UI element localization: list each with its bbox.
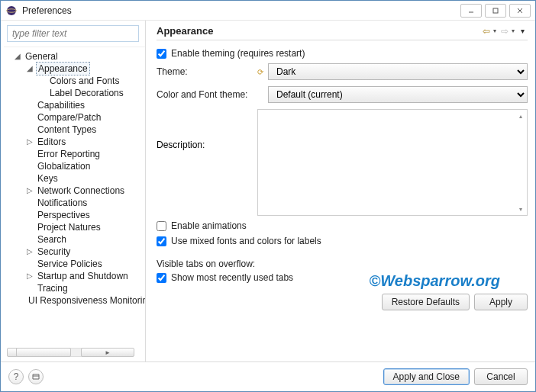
tree-item-label: Error Reporting xyxy=(36,148,102,160)
maximize-button[interactable] xyxy=(485,4,506,18)
scroll-down-icon[interactable]: ▾ xyxy=(516,204,525,214)
tree-item-appearance[interactable]: ◢Appearance xyxy=(5,63,145,75)
expand-icon[interactable] xyxy=(37,76,47,85)
tree-item-label: Project Natures xyxy=(36,221,102,233)
apply-button[interactable]: Apply xyxy=(474,294,528,310)
show-recent-label[interactable]: Show most recently used tabs xyxy=(171,272,293,283)
expand-icon[interactable] xyxy=(25,174,34,183)
tree-item-general[interactable]: ◢General xyxy=(5,50,145,63)
view-menu-icon[interactable]: ▾ xyxy=(521,27,525,35)
tree-item[interactable]: ▷Startup and Shutdown xyxy=(5,270,145,282)
color-font-theme-label: Color and Font theme: xyxy=(157,89,257,100)
tree-item-label: Perspectives xyxy=(36,209,92,221)
tree-item-label: Keys xyxy=(36,172,60,185)
expand-icon[interactable]: ◢ xyxy=(25,64,34,73)
color-font-theme-select[interactable]: Default (current) xyxy=(268,86,528,103)
expand-icon[interactable] xyxy=(37,88,47,98)
expand-icon[interactable] xyxy=(25,198,34,207)
tree-item-label: Search xyxy=(36,233,68,246)
enable-animations-row: Enable animations xyxy=(157,220,528,231)
tree-item-label: General xyxy=(24,50,60,63)
theme-label: Theme: xyxy=(157,66,257,77)
tree-item[interactable]: Tracing xyxy=(5,282,145,294)
expand-icon[interactable] xyxy=(25,113,34,122)
tree-item[interactable]: Search xyxy=(5,233,145,246)
tree-item[interactable]: ▷Editors xyxy=(5,136,145,148)
expand-icon[interactable] xyxy=(25,101,34,110)
tree-item[interactable]: Capabilities xyxy=(5,99,145,111)
tree-item-label: Capabilities xyxy=(36,99,86,111)
import-export-button[interactable] xyxy=(28,369,44,384)
enable-animations-label[interactable]: Enable animations xyxy=(171,220,247,231)
tree-item[interactable]: Content Types xyxy=(5,124,145,136)
horizontal-scrollbar[interactable]: ◄ ► xyxy=(7,346,134,358)
scroll-thumb[interactable] xyxy=(16,348,71,357)
expand-icon[interactable] xyxy=(25,125,34,134)
minimize-button[interactable] xyxy=(460,4,482,18)
expand-icon[interactable] xyxy=(25,223,34,232)
forward-menu-icon[interactable]: ▾ xyxy=(512,27,515,34)
tree-item[interactable]: Service Policies xyxy=(5,258,145,270)
forward-icon[interactable]: ⇨ xyxy=(501,26,509,37)
expand-icon[interactable]: ▷ xyxy=(25,137,34,146)
cancel-button[interactable]: Cancel xyxy=(474,368,528,385)
tree-item[interactable]: Compare/Patch xyxy=(5,111,145,124)
tree-item[interactable]: Keys xyxy=(5,172,145,185)
expand-icon[interactable] xyxy=(25,235,34,244)
back-menu-icon[interactable]: ▾ xyxy=(493,27,496,34)
tree-item-label: Network Connections xyxy=(36,185,126,197)
tree-item-label: Startup and Shutdown xyxy=(36,270,130,282)
tree-item-label: Tracing xyxy=(36,282,69,294)
preferences-tree[interactable]: ◢General◢AppearanceColors and FontsLabel… xyxy=(4,47,145,310)
close-button[interactable] xyxy=(509,4,531,18)
show-recent-checkbox[interactable] xyxy=(157,273,166,283)
tree-item-label: Label Decorations xyxy=(48,87,125,99)
expand-icon[interactable] xyxy=(25,284,34,293)
expand-icon[interactable] xyxy=(25,149,34,159)
tree-item[interactable]: ▷Security xyxy=(5,246,145,258)
back-icon[interactable]: ⇦ xyxy=(483,26,490,37)
visible-tabs-heading: Visible tabs on overflow: xyxy=(157,259,528,269)
tree-item[interactable]: ▷Network Connections xyxy=(5,185,145,197)
tree-item[interactable]: Label Decorations xyxy=(5,87,145,99)
window-title: Preferences xyxy=(22,5,460,16)
expand-icon[interactable]: ◢ xyxy=(13,52,22,61)
scroll-up-icon[interactable]: ▴ xyxy=(516,111,525,120)
mixed-fonts-checkbox[interactable] xyxy=(157,236,166,246)
tree-item-label: Content Types xyxy=(36,124,98,136)
enable-animations-checkbox[interactable] xyxy=(157,221,166,231)
app-icon xyxy=(5,5,18,17)
enable-theming-checkbox[interactable] xyxy=(157,49,166,59)
filter-input[interactable] xyxy=(7,25,139,42)
expand-icon[interactable] xyxy=(25,162,34,171)
tree-item[interactable]: Perspectives xyxy=(5,209,145,221)
tree-item-label: Appearance xyxy=(36,62,90,76)
mixed-fonts-label[interactable]: Use mixed fonts and colors for labels xyxy=(171,236,321,246)
tree-item-label: Editors xyxy=(36,136,67,148)
filter-container xyxy=(7,25,139,42)
theme-select[interactable]: Dark xyxy=(268,63,528,80)
description-label: Description: xyxy=(157,109,257,150)
enable-theming-label[interactable]: Enable theming (requires restart) xyxy=(171,48,305,59)
apply-and-close-button[interactable]: Apply and Close xyxy=(383,368,470,385)
tree-item[interactable]: Error Reporting xyxy=(5,148,145,160)
tree-item-label: UI Responsiveness Monitoring xyxy=(27,294,145,307)
tree-item-label: Compare/Patch xyxy=(36,111,102,124)
description-textarea[interactable]: ▴ ▾ xyxy=(257,109,528,216)
expand-icon[interactable]: ▷ xyxy=(25,247,34,256)
expand-icon[interactable]: ▷ xyxy=(25,272,34,281)
tree-item[interactable]: UI Responsiveness Monitoring xyxy=(5,294,145,307)
tree-item[interactable]: Project Natures xyxy=(5,221,145,233)
refresh-icon: ⟳ xyxy=(257,68,268,76)
help-button[interactable]: ? xyxy=(8,369,24,384)
svg-rect-3 xyxy=(493,8,498,13)
expand-icon[interactable] xyxy=(25,259,34,268)
restore-defaults-button[interactable]: Restore Defaults xyxy=(382,294,470,310)
expand-icon[interactable]: ▷ xyxy=(25,186,34,195)
scroll-right-button[interactable]: ► xyxy=(81,348,134,357)
tree-item[interactable]: Globalization xyxy=(5,160,145,172)
tree-item-label: Security xyxy=(36,246,72,258)
tree-item[interactable]: Colors and Fonts xyxy=(5,75,145,87)
tree-item[interactable]: Notifications xyxy=(5,197,145,209)
expand-icon[interactable] xyxy=(25,210,34,220)
